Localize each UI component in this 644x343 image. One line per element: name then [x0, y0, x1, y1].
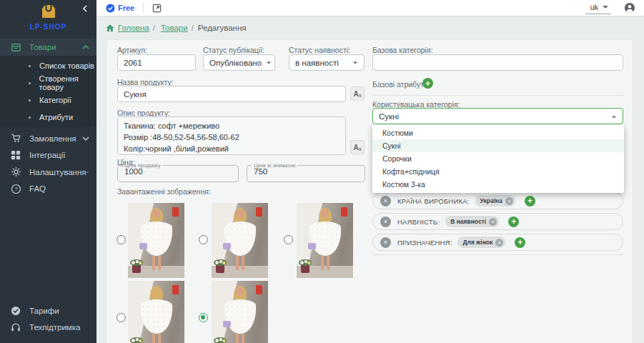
topbar: Free uk [96, 0, 644, 16]
remove-attribute-icon[interactable]: × [380, 237, 391, 248]
remove-value-icon[interactable]: × [495, 239, 503, 247]
product-image-2[interactable] [212, 203, 268, 278]
sidebar-item-settings[interactable]: Налаштування [0, 164, 96, 181]
sale-price-field[interactable]: Ціна продажу 1000 [117, 162, 239, 182]
sidebar-item-label: Техпідтримка [29, 323, 89, 332]
product-image-4[interactable] [128, 281, 184, 343]
translate-button[interactable]: Aя [350, 86, 365, 101]
divider [372, 95, 623, 96]
sidebar-subitem-label: Створення товару [39, 74, 96, 91]
sidebar-item-label: FAQ [29, 184, 89, 193]
sidebar-item-categories[interactable]: Категорії [0, 91, 96, 109]
chevron-down-icon [603, 6, 608, 9]
discount-price-field[interactable]: Ціна зі знижкою 750 [247, 162, 365, 182]
chevron-down-icon [353, 61, 357, 64]
breadcrumb-section-link[interactable]: Товари [161, 24, 188, 32]
check-badge-icon [10, 305, 21, 317]
topbar-right: uk [585, 1, 635, 14]
divider [372, 254, 623, 255]
remove-value-icon[interactable]: × [505, 197, 513, 205]
publish-status-select[interactable]: Опубліковано [203, 54, 275, 71]
product-image-5[interactable] [212, 281, 268, 343]
chevron-left-icon [81, 4, 89, 13]
attribute-value: Для жінок [462, 239, 492, 246]
product-box-icon [10, 41, 21, 53]
bullet-icon [29, 65, 31, 67]
sidebar-item-support[interactable]: Техпідтримка [0, 319, 96, 337]
plan-badge[interactable]: Free [106, 4, 134, 13]
images-label: Завантаженні зображення: [117, 187, 211, 196]
product-image-1[interactable] [128, 203, 184, 278]
plan-label: Free [118, 4, 134, 12]
attribute-value-chip: В наявності × [445, 216, 499, 227]
sidebar-item-tariffs[interactable]: Тарифи [0, 302, 96, 319]
sidebar-item-label: Інтеграції [29, 151, 89, 159]
sidebar-item-products[interactable]: Товари [0, 39, 96, 56]
stock-status-label: Статус наявності: [289, 46, 350, 54]
dropdown-option-sorochky[interactable]: Сорочки [372, 152, 624, 165]
breadcrumb-separator: / [153, 24, 155, 32]
image-radio-2[interactable] [199, 235, 208, 244]
translate-icon: A [353, 90, 358, 98]
sidebar-subitem-label: Категорії [39, 96, 71, 104]
grid-icon [10, 149, 21, 161]
user-avatar-icon[interactable] [624, 2, 635, 14]
dropdown-option-kostiumy[interactable]: Костюми [372, 126, 624, 139]
custom-category-dropdown: Костюми Сукні Сорочки Кофта+спідниця Кос… [372, 124, 624, 193]
sale-price-value: 1000 [118, 167, 238, 176]
product-image-3[interactable] [297, 203, 353, 278]
breadcrumb-home-link[interactable]: Головна [118, 24, 149, 32]
dropdown-option-kofta[interactable]: Кофта+спідниця [372, 165, 624, 178]
sidebar-bottom: Тарифи Техпідтримка [0, 302, 96, 336]
sidebar: LP-SHOP Товари Список товарів Створення … [0, 0, 96, 343]
watermark-tag [341, 207, 347, 217]
publish-status-label: Статус публікації: [203, 46, 264, 54]
attribute-name: НАЯВНІСТЬ: [397, 218, 440, 226]
remove-attribute-icon[interactable]: × [380, 196, 391, 207]
open-storefront-button[interactable] [152, 4, 162, 13]
language-value: uk [590, 3, 598, 11]
breadcrumb-current: Редагування [198, 24, 247, 32]
sidebar-item-orders[interactable]: Замовлення [0, 130, 96, 147]
edit-product-card: Артикул: Статус публікації: Опубліковано… [106, 39, 633, 343]
app-root: LP-SHOP Товари Список товарів Створення … [0, 0, 644, 343]
sidebar-item-product-list[interactable]: Список товарів [0, 57, 96, 74]
watermark-tag [256, 285, 262, 294]
image-radio-5[interactable] [199, 313, 208, 322]
sidebar-item-integrations[interactable]: Інтеграції [0, 147, 96, 164]
base-category-input[interactable] [372, 54, 623, 71]
sidebar-item-product-create[interactable]: Створення товару [0, 74, 96, 91]
add-attribute-value-button[interactable]: + [508, 217, 519, 227]
cart-icon [10, 133, 21, 144]
language-select[interactable]: uk [585, 1, 611, 14]
stock-status-select[interactable]: в наявності [289, 54, 365, 71]
bullet-icon [29, 82, 31, 84]
translate-button[interactable]: Aя [350, 140, 365, 154]
sku-input[interactable] [117, 54, 196, 71]
remove-attribute-icon[interactable]: × [380, 217, 391, 227]
sku-label: Артикул: [117, 46, 147, 54]
stock-status-value: в наявності [295, 59, 348, 67]
attribute-value-chip: Україна × [475, 195, 515, 207]
add-base-attribute-button[interactable]: + [422, 78, 433, 89]
product-name-input[interactable] [117, 86, 346, 102]
sidebar-subitem-label: Атрибути [39, 113, 73, 121]
image-radio-3[interactable] [284, 235, 293, 244]
image-radio-1[interactable] [117, 235, 126, 244]
dropdown-option-sukni[interactable]: Сукні [372, 139, 624, 152]
custom-category-select[interactable]: Сукні [372, 108, 623, 124]
attribute-name: КРАЇНА ВИРОБНИКА: [397, 197, 470, 205]
remove-value-icon[interactable]: × [489, 218, 497, 226]
add-attribute-value-button[interactable]: + [515, 237, 525, 248]
watermark-tag [256, 207, 262, 217]
sidebar-collapse-button[interactable] [81, 3, 89, 16]
image-radio-4[interactable] [117, 313, 126, 322]
breadcrumb-separator: / [192, 24, 194, 32]
dropdown-option-kostium3[interactable]: Костюм 3-ка [372, 178, 624, 191]
attribute-value: В наявності [450, 218, 486, 225]
sidebar-item-attributes[interactable]: Атрибути [0, 109, 96, 126]
sidebar-item-faq[interactable]: ? FAQ [0, 181, 96, 198]
add-attribute-value-button[interactable]: + [525, 196, 535, 207]
description-textarea[interactable]: Тканина: софт +мереживо Розмір :48-50,52… [117, 116, 346, 155]
gear-icon [10, 166, 21, 178]
